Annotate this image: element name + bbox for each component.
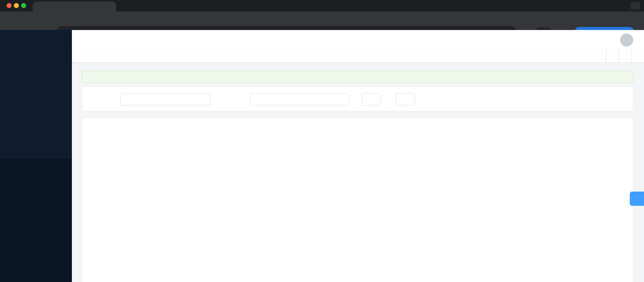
- side-panel-icon[interactable]: [524, 23, 531, 30]
- reload-button[interactable]: [30, 23, 37, 30]
- grid-icon: [635, 53, 641, 59]
- search-button[interactable]: [362, 93, 381, 105]
- tags-controls: [606, 50, 644, 62]
- tab-search-button[interactable]: [630, 2, 640, 10]
- search-icon: [368, 97, 373, 102]
- chevron-down-icon: [633, 3, 638, 8]
- tags-menu-button[interactable]: [631, 50, 644, 62]
- success-check-icon: [87, 74, 93, 80]
- date-range-picker[interactable]: [250, 93, 349, 105]
- browser-home-button[interactable]: [43, 23, 50, 30]
- tags-scroll-right-button[interactable]: [606, 50, 619, 62]
- alert-close-icon[interactable]: [623, 74, 628, 79]
- task-name-input[interactable]: [120, 93, 211, 105]
- logo-image: [7, 34, 18, 50]
- sidebar-submenu-background: [0, 159, 72, 282]
- app-header: [72, 30, 644, 50]
- app-root: [0, 30, 644, 282]
- browser-toolbar: [0, 12, 644, 30]
- fullscreen-icon[interactable]: [554, 37, 561, 43]
- page-content: [72, 63, 644, 282]
- favicon: [37, 4, 42, 10]
- header-actions: [554, 33, 644, 47]
- tags-refresh-button[interactable]: [619, 50, 631, 62]
- window-minimize-button[interactable]: [14, 3, 19, 8]
- browser-tabstrip: [0, 0, 644, 12]
- search-icon[interactable]: [570, 37, 577, 43]
- tags-view-bar: [72, 50, 644, 63]
- calendar-icon: [255, 97, 260, 102]
- tags-scroll-left-button[interactable]: [77, 50, 87, 62]
- reset-icon: [401, 97, 407, 102]
- avatar[interactable]: [620, 33, 633, 47]
- task-table-card: [82, 118, 633, 282]
- settings-drawer-button[interactable]: [630, 192, 644, 206]
- sidebar: [0, 30, 72, 282]
- refresh-icon: [622, 53, 628, 59]
- sidebar-collapse-button[interactable]: [78, 36, 86, 43]
- double-left-icon: [79, 53, 85, 59]
- back-button[interactable]: [5, 23, 12, 30]
- new-tab-button[interactable]: [120, 3, 126, 9]
- filter-card: [82, 87, 633, 111]
- notification-bell-icon[interactable]: [603, 37, 610, 43]
- forward-button[interactable]: [17, 23, 24, 30]
- browser-tab[interactable]: [33, 2, 116, 12]
- gear-icon: [634, 195, 640, 202]
- reset-button[interactable]: [396, 93, 415, 105]
- double-right-icon: [610, 53, 616, 59]
- doc-alert: [82, 71, 633, 83]
- main-area: [72, 30, 644, 282]
- window-maximize-button[interactable]: [21, 3, 26, 8]
- app-logo[interactable]: [0, 30, 72, 54]
- window-close-button[interactable]: [7, 3, 12, 8]
- tab-close-icon[interactable]: [107, 4, 112, 9]
